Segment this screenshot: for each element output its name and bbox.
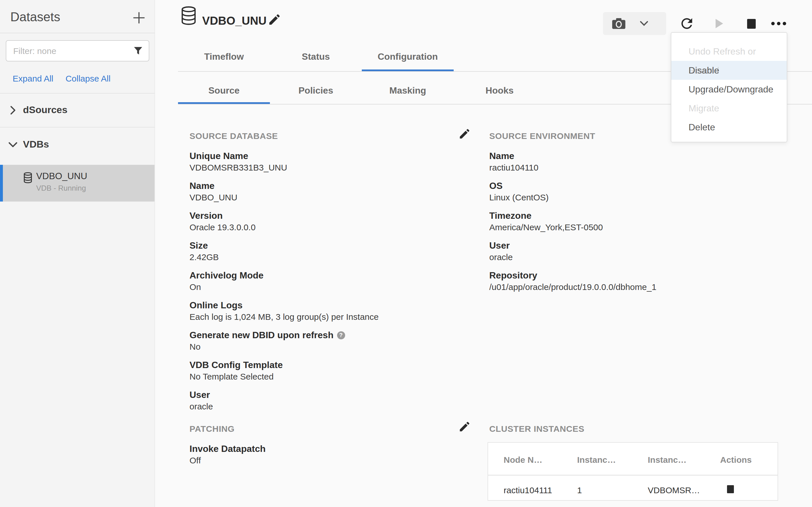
- sidebar-divider: [0, 33, 155, 33]
- stop-instance-icon[interactable]: [727, 485, 734, 493]
- field: VDB Config TemplateNo Template Selected: [189, 359, 477, 382]
- field: Invoke DatapatchOff: [189, 443, 419, 466]
- field: Unique NameVDBOMSRB331B3_UNU: [189, 151, 477, 173]
- column-header-node-name[interactable]: Node N…: [504, 455, 542, 464]
- stop-vdb-button[interactable]: [740, 12, 763, 35]
- filter-input[interactable]: [6, 40, 149, 61]
- collapse-all-link[interactable]: Collapse All: [65, 73, 111, 83]
- field: OSLinux (CentOS): [489, 180, 788, 203]
- field: Useroracle: [189, 389, 477, 412]
- filter-field-wrap: [6, 40, 149, 61]
- add-dataset-button[interactable]: [131, 10, 147, 26]
- pencil-icon: [458, 127, 472, 140]
- chevron-down-icon: [8, 142, 18, 148]
- menu-item-undo-refresh-or-rewind[interactable]: Undo Refresh or Rewind: [671, 42, 787, 61]
- subtab-masking[interactable]: Masking: [362, 86, 454, 96]
- actions-dropdown-menu: Undo Refresh or Rewind Disable Upgrade/D…: [671, 32, 787, 143]
- pencil-icon: [458, 420, 472, 433]
- field: Useroracle: [489, 240, 788, 263]
- plus-icon: [131, 10, 147, 25]
- field: Archivelog ModeOn: [189, 270, 477, 292]
- cluster-instances-heading: CLUSTER INSTANCES: [489, 424, 584, 434]
- cell-instance-name: VDBOMSR…: [648, 485, 700, 495]
- sidebar-group-vdbs[interactable]: VDBs: [0, 127, 155, 162]
- tab-timeflow[interactable]: Timeflow: [178, 52, 270, 62]
- page-title: VDBO_UNU: [202, 14, 267, 27]
- filter-funnel-icon[interactable]: [133, 46, 143, 56]
- play-icon: [711, 16, 726, 31]
- column-header-actions: Actions: [720, 455, 752, 464]
- subtab-source-active[interactable]: Source: [178, 86, 270, 96]
- menu-item-upgrade-downgrade[interactable]: Upgrade/Downgrade: [671, 80, 787, 99]
- field: Online LogsEach log is 1,024 MB, 3 log g…: [189, 300, 477, 322]
- help-icon[interactable]: ?: [337, 331, 345, 339]
- camera-icon: [612, 17, 626, 30]
- field: Size2.42GB: [189, 240, 477, 263]
- cluster-instances-table: Node N… Instanc… Instanc… Actions ractiu…: [487, 442, 778, 501]
- edit-source-database-button[interactable]: [458, 127, 472, 141]
- sidebar-title: Datasets: [10, 10, 60, 25]
- edit-patching-button[interactable]: [458, 420, 472, 434]
- menu-item-delete[interactable]: Delete: [671, 118, 787, 137]
- expand-all-link[interactable]: Expand All: [13, 73, 53, 83]
- stop-icon: [747, 19, 755, 29]
- tab-configuration-active[interactable]: Configuration: [362, 52, 454, 62]
- field: Repository/u01/app/oracle/product/19.0.0…: [489, 270, 788, 292]
- chevron-right-icon: [10, 105, 16, 115]
- field: TimezoneAmerica/New_York,EST-0500: [489, 210, 788, 232]
- chevron-down-icon: [640, 21, 648, 26]
- group-label: VDBs: [23, 139, 49, 151]
- subtab-policies[interactable]: Policies: [270, 86, 362, 96]
- source-database-fields: Unique NameVDBOMSRB331B3_UNU NameVDBO_UN…: [189, 151, 477, 412]
- rename-vdb-button[interactable]: [268, 13, 283, 27]
- group-label: dSources: [23, 105, 67, 116]
- menu-item-migrate[interactable]: Migrate: [671, 99, 787, 118]
- more-actions-button[interactable]: [767, 12, 790, 35]
- selected-item-name: VDBO_UNU: [36, 171, 87, 181]
- selected-indicator-bar: [0, 165, 3, 202]
- source-environment-heading: SOURCE ENVIRONMENT: [489, 131, 595, 141]
- database-icon: [181, 6, 196, 25]
- datasets-sidebar: Datasets Expand All Collapse All dSource…: [0, 0, 155, 507]
- field: Nameractiu104110: [489, 151, 788, 173]
- field: Generate new DBID upon refresh ? No: [189, 330, 477, 352]
- menu-item-disable[interactable]: Disable: [671, 61, 787, 80]
- refresh-button[interactable]: [675, 12, 698, 35]
- patching-heading: PATCHING: [189, 424, 235, 434]
- refresh-icon: [679, 15, 695, 32]
- cell-instance-number: 1: [577, 485, 582, 495]
- column-header-instance-name[interactable]: Instanc…: [648, 455, 687, 464]
- field: NameVDBO_UNU: [189, 180, 477, 203]
- column-header-instance-number[interactable]: Instanc…: [577, 455, 616, 464]
- source-database-heading: SOURCE DATABASE: [189, 131, 278, 141]
- start-vdb-button[interactable]: [707, 12, 730, 35]
- pencil-icon: [268, 13, 283, 26]
- selected-item-status: VDB - Running: [36, 184, 86, 192]
- sidebar-item-vdbo-unu-selected[interactable]: VDBO_UNU VDB - Running: [0, 165, 155, 202]
- patching-fields: Invoke DatapatchOff: [189, 443, 419, 466]
- field: VersionOracle 19.3.0.0.0: [189, 210, 477, 232]
- database-icon: [23, 172, 32, 183]
- sidebar-group-dsources[interactable]: dSources: [0, 94, 155, 127]
- app-window: Datasets Expand All Collapse All dSource…: [0, 0, 812, 507]
- source-environment-fields: Nameractiu104110 OSLinux (CentOS) Timezo…: [489, 151, 788, 292]
- tab-status[interactable]: Status: [270, 52, 362, 62]
- tree-controls: Expand All Collapse All: [13, 73, 111, 83]
- snapshot-button-group[interactable]: [603, 12, 666, 35]
- subtab-hooks[interactable]: Hooks: [454, 86, 545, 96]
- table-header-divider: [488, 475, 777, 475]
- cell-node-name: ractiu104111: [504, 485, 552, 495]
- ellipsis-icon: [771, 22, 786, 25]
